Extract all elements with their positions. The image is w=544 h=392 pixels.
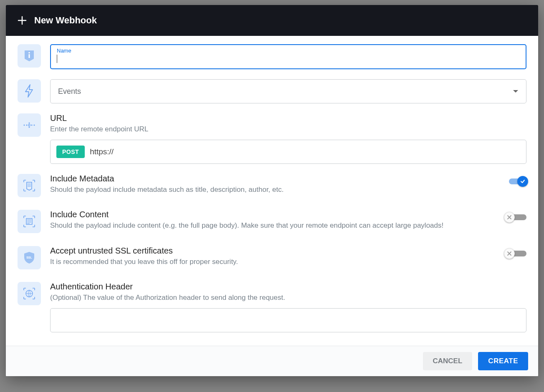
- ssl-subtitle: It is recommended that you leave this of…: [50, 256, 496, 267]
- new-webhook-dialog: New Webhook Name: [6, 5, 538, 376]
- include-metadata-row: Include Metadata Should the payload incl…: [18, 174, 526, 200]
- dialog-title: New Webhook: [34, 15, 97, 26]
- ssl-toggle[interactable]: [506, 249, 526, 258]
- check-icon: [520, 178, 526, 184]
- create-button[interactable]: CREATE: [478, 352, 528, 370]
- x-icon: [507, 215, 512, 220]
- svg-point-6: [29, 127, 30, 128]
- events-row: Events: [18, 79, 526, 103]
- include-content-row: Include Content Should the payload inclu…: [18, 210, 526, 236]
- info-icon: [18, 44, 41, 68]
- shield-icon: SSL: [18, 246, 41, 269]
- url-subtitle: Enter the remote endpoint URL: [50, 124, 526, 135]
- dialog-header: New Webhook: [6, 5, 538, 36]
- lightning-icon: [18, 79, 41, 103]
- endpoint-icon: [18, 113, 41, 137]
- svg-point-8: [34, 125, 35, 126]
- include-content-toggle[interactable]: [506, 213, 526, 221]
- name-row: Name: [18, 44, 526, 69]
- auth-input[interactable]: [50, 308, 526, 332]
- metadata-subtitle: Should the payload include metadata such…: [50, 184, 496, 195]
- globe-lock-icon: [18, 282, 41, 305]
- svg-rect-1: [29, 54, 30, 58]
- content-subtitle: Should the payload include content (e.g.…: [50, 220, 496, 231]
- x-icon: [507, 251, 512, 256]
- http-method-badge: POST: [56, 146, 85, 158]
- plus-icon: [18, 16, 27, 25]
- svg-point-5: [29, 123, 30, 124]
- svg-point-4: [28, 124, 30, 126]
- svg-point-2: [24, 125, 25, 126]
- ssl-title: Accept untrusted SSL certificates: [50, 246, 496, 256]
- svg-text:SSL: SSL: [26, 256, 32, 259]
- metadata-icon: [18, 174, 41, 197]
- name-label: Name: [57, 48, 520, 54]
- url-row: URL Enter the remote endpoint URL POST h…: [18, 113, 526, 164]
- dialog-body: Name Events: [6, 36, 538, 346]
- include-metadata-toggle[interactable]: [506, 177, 526, 186]
- svg-rect-0: [29, 52, 30, 53]
- content-title: Include Content: [50, 210, 496, 219]
- url-input[interactable]: POST https://: [50, 140, 526, 164]
- events-select[interactable]: Events: [50, 79, 526, 103]
- name-input[interactable]: Name: [50, 44, 526, 69]
- url-value: https://: [90, 147, 114, 156]
- ssl-row: SSL Accept untrusted SSL certificates It…: [18, 246, 526, 272]
- cancel-button[interactable]: CANCEL: [423, 352, 473, 370]
- text-cursor: [57, 55, 57, 63]
- metadata-title: Include Metadata: [50, 174, 496, 183]
- url-title: URL: [50, 113, 526, 123]
- dialog-footer: CANCEL CREATE: [6, 346, 538, 376]
- svg-point-7: [31, 125, 33, 126]
- events-placeholder: Events: [58, 87, 81, 96]
- chevron-down-icon: [513, 89, 519, 93]
- auth-subtitle: (Optional) The value of the Authorizatio…: [50, 292, 526, 303]
- auth-title: Authentication Header: [50, 282, 526, 291]
- content-icon: [18, 210, 41, 233]
- svg-point-3: [26, 125, 28, 126]
- auth-row: Authentication Header (Optional) The val…: [18, 282, 526, 332]
